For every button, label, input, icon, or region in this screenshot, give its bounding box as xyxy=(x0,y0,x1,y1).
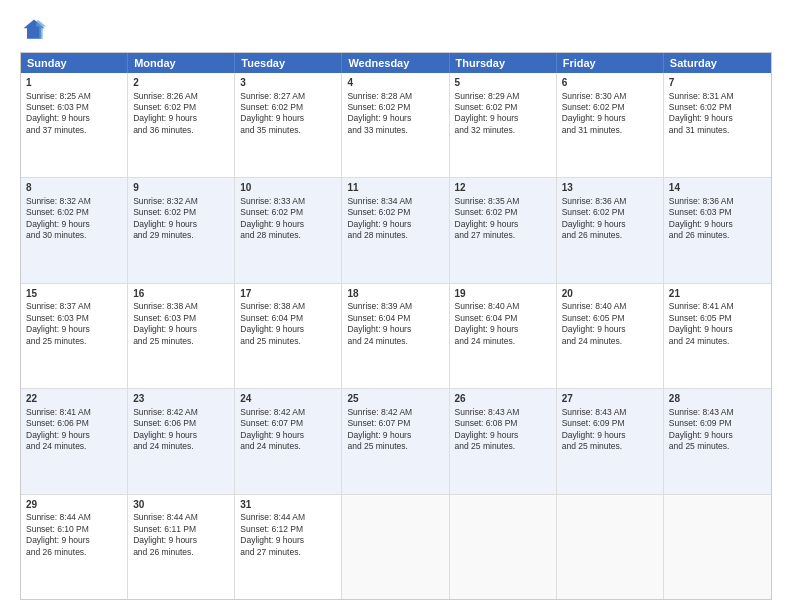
day-info-line: Daylight: 9 hours xyxy=(669,113,766,124)
day-info-line: and 25 minutes. xyxy=(455,441,551,452)
day-cell-2: 2Sunrise: 8:26 AMSunset: 6:02 PMDaylight… xyxy=(128,73,235,177)
header-day-sunday: Sunday xyxy=(21,53,128,73)
day-info-line: and 31 minutes. xyxy=(562,125,658,136)
day-info-line: Sunset: 6:11 PM xyxy=(133,524,229,535)
day-cell-21: 21Sunrise: 8:41 AMSunset: 6:05 PMDayligh… xyxy=(664,284,771,388)
day-cell-7: 7Sunrise: 8:31 AMSunset: 6:02 PMDaylight… xyxy=(664,73,771,177)
day-info-line: Sunset: 6:04 PM xyxy=(240,313,336,324)
day-cell-24: 24Sunrise: 8:42 AMSunset: 6:07 PMDayligh… xyxy=(235,389,342,493)
day-cell-31: 31Sunrise: 8:44 AMSunset: 6:12 PMDayligh… xyxy=(235,495,342,599)
day-info-line: Sunset: 6:09 PM xyxy=(669,418,766,429)
day-info-line: and 25 minutes. xyxy=(240,336,336,347)
day-info-line: Sunrise: 8:39 AM xyxy=(347,301,443,312)
calendar-week-3: 15Sunrise: 8:37 AMSunset: 6:03 PMDayligh… xyxy=(21,284,771,389)
day-info-line: Sunrise: 8:42 AM xyxy=(240,407,336,418)
day-info-line: Sunset: 6:06 PM xyxy=(133,418,229,429)
day-info-line: Sunset: 6:02 PM xyxy=(455,102,551,113)
day-info-line: Daylight: 9 hours xyxy=(26,219,122,230)
day-number: 20 xyxy=(562,287,658,301)
day-info-line: Sunset: 6:10 PM xyxy=(26,524,122,535)
day-cell-15: 15Sunrise: 8:37 AMSunset: 6:03 PMDayligh… xyxy=(21,284,128,388)
day-cell-18: 18Sunrise: 8:39 AMSunset: 6:04 PMDayligh… xyxy=(342,284,449,388)
day-info-line: Sunset: 6:06 PM xyxy=(26,418,122,429)
day-cell-22: 22Sunrise: 8:41 AMSunset: 6:06 PMDayligh… xyxy=(21,389,128,493)
day-info-line: Sunset: 6:08 PM xyxy=(455,418,551,429)
day-cell-16: 16Sunrise: 8:38 AMSunset: 6:03 PMDayligh… xyxy=(128,284,235,388)
day-info-line: and 24 minutes. xyxy=(347,336,443,347)
calendar-week-2: 8Sunrise: 8:32 AMSunset: 6:02 PMDaylight… xyxy=(21,178,771,283)
day-info-line: and 28 minutes. xyxy=(347,230,443,241)
day-info-line: Sunset: 6:03 PM xyxy=(133,313,229,324)
day-number: 16 xyxy=(133,287,229,301)
day-number: 4 xyxy=(347,76,443,90)
day-info-line: Daylight: 9 hours xyxy=(133,324,229,335)
day-info-line: Daylight: 9 hours xyxy=(455,324,551,335)
day-info-line: Sunset: 6:02 PM xyxy=(133,207,229,218)
day-info-line: and 24 minutes. xyxy=(133,441,229,452)
day-info-line: Daylight: 9 hours xyxy=(455,219,551,230)
day-info-line: Sunrise: 8:36 AM xyxy=(669,196,766,207)
day-info-line: Daylight: 9 hours xyxy=(347,324,443,335)
day-info-line: and 25 minutes. xyxy=(669,441,766,452)
header-day-tuesday: Tuesday xyxy=(235,53,342,73)
day-info-line: Daylight: 9 hours xyxy=(26,430,122,441)
day-info-line: Daylight: 9 hours xyxy=(133,535,229,546)
day-info-line: and 26 minutes. xyxy=(26,547,122,558)
day-number: 2 xyxy=(133,76,229,90)
day-number: 22 xyxy=(26,392,122,406)
day-info-line: Sunrise: 8:44 AM xyxy=(240,512,336,523)
day-info-line: Daylight: 9 hours xyxy=(669,219,766,230)
calendar-week-5: 29Sunrise: 8:44 AMSunset: 6:10 PMDayligh… xyxy=(21,495,771,599)
day-info-line: Sunset: 6:02 PM xyxy=(240,207,336,218)
day-number: 19 xyxy=(455,287,551,301)
day-info-line: and 26 minutes. xyxy=(133,547,229,558)
day-info-line: Sunrise: 8:29 AM xyxy=(455,91,551,102)
day-cell-10: 10Sunrise: 8:33 AMSunset: 6:02 PMDayligh… xyxy=(235,178,342,282)
day-number: 29 xyxy=(26,498,122,512)
day-info-line: Sunrise: 8:44 AM xyxy=(26,512,122,523)
day-cell-11: 11Sunrise: 8:34 AMSunset: 6:02 PMDayligh… xyxy=(342,178,449,282)
day-info-line: Sunset: 6:04 PM xyxy=(347,313,443,324)
day-cell-26: 26Sunrise: 8:43 AMSunset: 6:08 PMDayligh… xyxy=(450,389,557,493)
day-info-line: Sunrise: 8:38 AM xyxy=(240,301,336,312)
day-info-line: and 24 minutes. xyxy=(26,441,122,452)
day-cell-23: 23Sunrise: 8:42 AMSunset: 6:06 PMDayligh… xyxy=(128,389,235,493)
day-info-line: Sunset: 6:02 PM xyxy=(562,102,658,113)
day-info-line: Sunset: 6:03 PM xyxy=(26,102,122,113)
day-info-line: Daylight: 9 hours xyxy=(562,113,658,124)
day-cell-20: 20Sunrise: 8:40 AMSunset: 6:05 PMDayligh… xyxy=(557,284,664,388)
day-info-line: Daylight: 9 hours xyxy=(455,113,551,124)
day-info-line: Sunrise: 8:40 AM xyxy=(455,301,551,312)
day-info-line: Daylight: 9 hours xyxy=(26,324,122,335)
header-day-thursday: Thursday xyxy=(450,53,557,73)
empty-cell xyxy=(664,495,771,599)
day-cell-3: 3Sunrise: 8:27 AMSunset: 6:02 PMDaylight… xyxy=(235,73,342,177)
day-info-line: Daylight: 9 hours xyxy=(240,113,336,124)
day-cell-17: 17Sunrise: 8:38 AMSunset: 6:04 PMDayligh… xyxy=(235,284,342,388)
day-info-line: Sunrise: 8:35 AM xyxy=(455,196,551,207)
day-number: 14 xyxy=(669,181,766,195)
day-info-line: Sunrise: 8:26 AM xyxy=(133,91,229,102)
day-info-line: Daylight: 9 hours xyxy=(240,430,336,441)
day-cell-4: 4Sunrise: 8:28 AMSunset: 6:02 PMDaylight… xyxy=(342,73,449,177)
day-info-line: Daylight: 9 hours xyxy=(455,430,551,441)
day-info-line: Sunrise: 8:30 AM xyxy=(562,91,658,102)
day-info-line: Sunset: 6:05 PM xyxy=(669,313,766,324)
day-number: 31 xyxy=(240,498,336,512)
calendar-week-4: 22Sunrise: 8:41 AMSunset: 6:06 PMDayligh… xyxy=(21,389,771,494)
day-info-line: and 35 minutes. xyxy=(240,125,336,136)
calendar-week-1: 1Sunrise: 8:25 AMSunset: 6:03 PMDaylight… xyxy=(21,73,771,178)
day-info-line: Sunrise: 8:25 AM xyxy=(26,91,122,102)
day-info-line: Daylight: 9 hours xyxy=(347,113,443,124)
day-cell-14: 14Sunrise: 8:36 AMSunset: 6:03 PMDayligh… xyxy=(664,178,771,282)
header-day-monday: Monday xyxy=(128,53,235,73)
day-info-line: and 36 minutes. xyxy=(133,125,229,136)
day-number: 15 xyxy=(26,287,122,301)
day-info-line: Sunset: 6:05 PM xyxy=(562,313,658,324)
day-info-line: and 25 minutes. xyxy=(562,441,658,452)
day-cell-5: 5Sunrise: 8:29 AMSunset: 6:02 PMDaylight… xyxy=(450,73,557,177)
calendar: SundayMondayTuesdayWednesdayThursdayFrid… xyxy=(20,52,772,600)
day-info-line: Daylight: 9 hours xyxy=(26,113,122,124)
day-info-line: and 25 minutes. xyxy=(133,336,229,347)
day-info-line: and 24 minutes. xyxy=(669,336,766,347)
